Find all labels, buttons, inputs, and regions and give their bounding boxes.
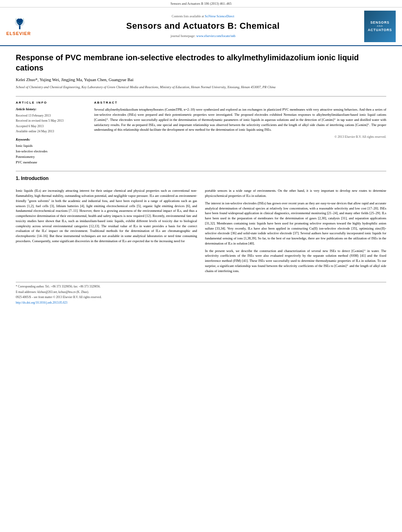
journal-masthead: ELSEVIER Contents lists available at Sci… xyxy=(0,7,402,46)
journal-logo-box: SENSORS and ACTUATORS xyxy=(364,11,396,42)
sciverse-line: Contents lists available at SciVerse Sci… xyxy=(48,14,358,19)
footnote-corresponding: * Corresponding author. Tel.: +86 373 33… xyxy=(16,285,386,289)
body-col-right: portable sensors in a wide range of envi… xyxy=(205,188,387,276)
elsevier-wordmark: ELSEVIER xyxy=(6,31,31,37)
journal-main-title: Sensors and Actuators B: Chemical xyxy=(48,20,358,32)
article-content: Response of PVC membrane ion-selective e… xyxy=(0,46,402,314)
keywords-section: Keywords: Ionic liquids Ion-selective el… xyxy=(16,137,85,165)
journal-homepage: journal homepage: www.elsevier.com/locat… xyxy=(48,34,358,39)
divider-1 xyxy=(16,96,386,96)
logo-actuators-text: ACTUATORS xyxy=(368,28,392,32)
footnote-doi: http://dx.doi.org/10.1016/j.snb.2013.05.… xyxy=(16,301,386,305)
abstract-col: ABSTRACT Several alkylmethylimidazolium … xyxy=(94,100,386,165)
page: Sensors and Actuators B 186 (2013) 461–4… xyxy=(0,0,402,532)
affiliation: School of Chemistry and Chemical Enginee… xyxy=(16,85,386,90)
body-section: Ionic liquids (ILs) are increasingly att… xyxy=(16,188,386,276)
article-info-col: ARTICLE INFO Article history: Received 1… xyxy=(16,100,85,165)
article-info-heading: ARTICLE INFO xyxy=(16,100,85,105)
footnote-section: * Corresponding author. Tel.: +86 373 33… xyxy=(16,282,386,305)
authors: Kelei Zhuo*, Yujing Wei, Jingjing Ma, Yu… xyxy=(16,77,386,83)
keywords-heading: Keywords: xyxy=(16,137,85,142)
journal-ref: Sensors and Actuators B 186 (2013) 461–4… xyxy=(170,2,232,6)
abstract-text: Several alkylmethylimidazolium tetraphen… xyxy=(94,107,386,132)
intro-col2-p2: The interest in ion-selective electrodes… xyxy=(205,201,387,246)
journal-ref-bar: Sensors and Actuators B 186 (2013) 461–4… xyxy=(0,0,402,7)
article-info-abstract: ARTICLE INFO Article history: Received 1… xyxy=(16,100,386,165)
intro-p1: Ionic liquids (ILs) are increasingly att… xyxy=(16,188,197,243)
available-date: Available online 24 May 2013 xyxy=(16,129,85,133)
elsevier-tree-icon xyxy=(6,16,34,30)
copyright: © 2013 Elsevier B.V. All rights reserved… xyxy=(94,135,386,139)
keyword-3: Potentiometry xyxy=(16,155,85,159)
keyword-2: Ion-selective electrodes xyxy=(16,149,85,154)
intro-col2: portable sensors in a wide range of envi… xyxy=(205,188,387,273)
footnote-issn: 0925-4005/$ – see front matter © 2013 El… xyxy=(16,295,386,300)
elsevier-logo: ELSEVIER xyxy=(6,16,42,37)
doi-link[interactable]: http://dx.doi.org/10.1016/j.snb.2013.05.… xyxy=(16,301,67,304)
intro-col2-p1: portable sensors in a wide range of envi… xyxy=(205,188,387,198)
accepted-date: Accepted 6 May 2013 xyxy=(16,124,85,128)
journal-title-section: Contents lists available at SciVerse Sci… xyxy=(48,14,358,39)
revised-date: Received in revised form 5 May 2013 xyxy=(16,119,85,123)
intro-p1-text: Ionic liquids (ILs) are increasingly att… xyxy=(16,188,197,243)
homepage-url[interactable]: www.elsevier.com/locate/snb xyxy=(196,34,236,38)
section1-title: 1. Introduction xyxy=(16,175,386,182)
article-title: Response of PVC membrane ion-selective e… xyxy=(16,52,386,73)
keyword-1: Ionic liquids xyxy=(16,144,85,148)
received-date: Received 13 February 2013 xyxy=(16,113,85,118)
logo-sensors-text: SENSORS xyxy=(371,20,390,25)
footnote-email: E-mail addresses: klzhuo@263.net, kzhuo@… xyxy=(16,290,386,295)
logo-and-text: and xyxy=(377,25,383,28)
sciverse-link[interactable]: SciVerse ScienceDirect xyxy=(205,15,234,18)
article-history-label: Article history: xyxy=(16,107,85,112)
divider-2 xyxy=(16,171,386,171)
keyword-4: PVC membrane xyxy=(16,160,85,165)
body-col-left: Ionic liquids (ILs) are increasingly att… xyxy=(16,188,197,276)
intro-col2-p3: In the present work, we describe the con… xyxy=(205,248,387,274)
abstract-heading: ABSTRACT xyxy=(94,100,386,105)
